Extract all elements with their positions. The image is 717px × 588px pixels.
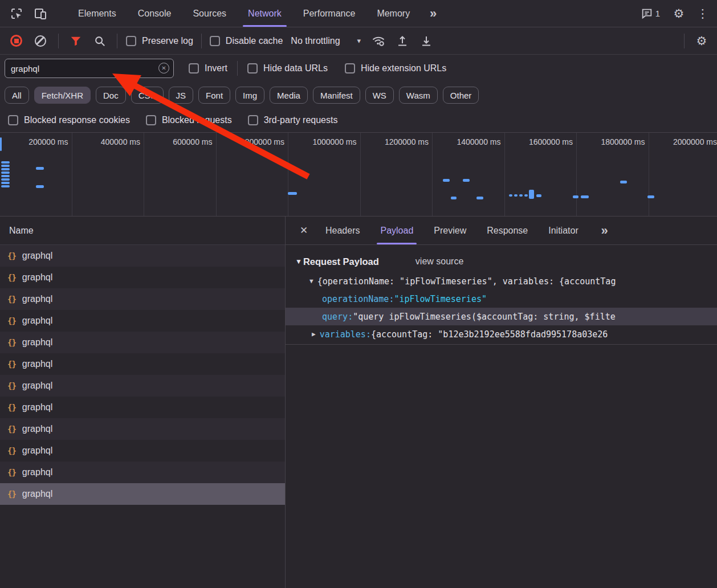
request-payload-title: Request Payload xyxy=(303,256,379,267)
request-row[interactable]: {}graphql xyxy=(0,267,285,288)
network-conditions-icon[interactable] xyxy=(366,30,390,52)
timeline-label: 400000 ms xyxy=(72,133,145,216)
request-row[interactable]: {}graphql xyxy=(0,288,285,310)
clear-network-log-icon[interactable] xyxy=(35,35,46,47)
devtools-window: Elements Console Sources Network Perform… xyxy=(0,0,717,588)
hide-extension-urls-checkbox[interactable]: Hide extension URLs xyxy=(345,63,446,74)
record-network-log-button[interactable] xyxy=(10,35,22,47)
tab-console[interactable]: Console xyxy=(127,0,182,27)
json-long-value: {accountTag: "b12e3b2192ee5588fdad995178… xyxy=(371,329,608,340)
invert-checkbox[interactable]: Invert xyxy=(189,63,227,74)
checkbox-box xyxy=(247,63,258,74)
request-details-panel: ✕ Headers Payload Preview Response Initi… xyxy=(286,217,717,588)
tab-performance[interactable]: Performance xyxy=(292,0,366,27)
tab-sources[interactable]: Sources xyxy=(182,0,237,27)
timeline-label: 1000000 ms xyxy=(288,133,361,216)
filter-chip-other[interactable]: Other xyxy=(443,87,479,104)
payload-view: ▼ Request Payload view source ▼ {operati… xyxy=(286,245,717,345)
tab-network[interactable]: Network xyxy=(237,0,292,27)
tab-elements[interactable]: Elements xyxy=(67,0,127,27)
payload-query-line-selected[interactable]: query: "query ipFlowTimeseries($accountT… xyxy=(286,308,717,325)
filter-chip-media[interactable]: Media xyxy=(270,87,308,104)
filter-chip-wasm[interactable]: Wasm xyxy=(399,87,438,104)
throttling-select[interactable]: No throttling ▾ xyxy=(283,36,366,46)
export-har-icon[interactable] xyxy=(414,30,438,52)
blocked-response-cookies-checkbox[interactable]: Blocked response cookies xyxy=(8,115,130,125)
more-tabs-icon[interactable]: » xyxy=(421,2,446,25)
filter-chip-all[interactable]: All xyxy=(5,87,29,104)
json-request-icon: {} xyxy=(7,360,16,369)
request-name: graphql xyxy=(22,316,52,326)
import-har-icon[interactable] xyxy=(390,30,414,52)
json-key: query xyxy=(322,312,348,322)
more-detail-tabs-icon[interactable]: » xyxy=(592,219,617,242)
preserve-log-checkbox[interactable]: Preserve log xyxy=(126,36,193,46)
tabbar-right-controls: 1 ⚙ ⋮ xyxy=(635,0,717,27)
disable-cache-checkbox[interactable]: Disable cache xyxy=(210,36,283,46)
view-source-link[interactable]: view source xyxy=(415,256,463,267)
detail-tab-response[interactable]: Response xyxy=(476,217,538,244)
filter-chip-fetch-xhr[interactable]: Fetch/XHR xyxy=(34,87,91,104)
filter-funnel-icon[interactable] xyxy=(64,30,88,52)
filter-chip-manifest[interactable]: Manifest xyxy=(313,87,360,104)
request-row-selected[interactable]: {}graphql xyxy=(0,483,285,505)
detail-tab-payload[interactable]: Payload xyxy=(370,217,423,244)
request-row[interactable]: {}graphql xyxy=(0,440,285,462)
request-row[interactable]: {}graphql xyxy=(0,418,285,440)
network-settings-gear-icon[interactable]: ⚙ xyxy=(690,30,714,52)
request-row[interactable]: {}graphql xyxy=(0,462,285,483)
blocked-requests-checkbox[interactable]: Blocked requests xyxy=(146,115,232,125)
filter-chip-doc[interactable]: Doc xyxy=(96,87,126,104)
json-request-icon: {} xyxy=(7,468,16,477)
filter-chip-ws[interactable]: WS xyxy=(365,87,394,104)
expand-triangle-icon[interactable]: ▶ xyxy=(312,330,316,338)
inspect-element-icon[interactable] xyxy=(5,2,28,25)
request-row[interactable]: {}graphql xyxy=(0,397,285,418)
json-string-value: "ipFlowTimeseries" xyxy=(394,294,487,304)
request-row[interactable]: {}graphql xyxy=(0,353,285,375)
request-name: graphql xyxy=(22,467,52,477)
network-filter-input[interactable] xyxy=(5,59,174,78)
filter-chip-font[interactable]: Font xyxy=(198,87,230,104)
network-toolbar: Preserve log Disable cache No throttling… xyxy=(0,27,717,55)
device-toolbar-icon[interactable] xyxy=(28,2,52,25)
tab-memory[interactable]: Memory xyxy=(366,0,421,27)
request-name: graphql xyxy=(22,294,52,304)
close-details-icon[interactable]: ✕ xyxy=(292,219,315,242)
request-row[interactable]: {}graphql xyxy=(0,375,285,397)
filter-chip-css[interactable]: CSS xyxy=(131,87,164,104)
request-row[interactable]: {}graphql xyxy=(0,245,285,267)
search-icon[interactable] xyxy=(88,30,112,52)
chevron-down-icon: ▾ xyxy=(357,36,361,45)
third-party-requests-checkbox[interactable]: 3rd-party requests xyxy=(248,115,338,125)
detail-tab-headers[interactable]: Headers xyxy=(315,217,370,244)
network-overview-timeline[interactable]: 200000 ms 400000 ms 600000 ms 800000 ms … xyxy=(0,132,717,217)
blocked-requests-label: Blocked requests xyxy=(162,115,232,125)
timeline-label: 600000 ms xyxy=(144,133,217,216)
request-name: graphql xyxy=(22,489,52,499)
name-column-header[interactable]: Name xyxy=(0,217,285,245)
detail-tab-preview[interactable]: Preview xyxy=(423,217,476,244)
request-name: graphql xyxy=(22,359,52,369)
timeline-label: 1400000 ms xyxy=(433,133,505,216)
filter-chip-img[interactable]: Img xyxy=(235,87,264,104)
hide-data-urls-checkbox[interactable]: Hide data URLs xyxy=(247,63,328,74)
settings-gear-icon[interactable]: ⚙ xyxy=(667,2,691,25)
request-row[interactable]: {}graphql xyxy=(0,310,285,332)
disable-cache-label: Disable cache xyxy=(226,36,283,46)
json-long-value: "query ipFlowTimeseries($accountTag: str… xyxy=(353,312,616,322)
request-name: graphql xyxy=(22,272,52,283)
timeline-label: 800000 ms xyxy=(217,133,289,216)
payload-variables-line: ▶ variables: {accountTag: "b12e3b2192ee5… xyxy=(286,325,717,343)
main-tabs: Elements Console Sources Network Perform… xyxy=(67,0,446,27)
json-separator: : xyxy=(389,294,394,304)
collapse-triangle-icon[interactable]: ▼ xyxy=(309,277,313,285)
detail-tab-initiator[interactable]: Initiator xyxy=(538,217,588,244)
checkbox-box xyxy=(248,115,258,125)
kebab-menu-icon[interactable]: ⋮ xyxy=(691,2,715,25)
clear-filter-icon[interactable]: ✕ xyxy=(158,63,169,74)
filter-chip-js[interactable]: JS xyxy=(169,87,194,104)
details-tabbar: ✕ Headers Payload Preview Response Initi… xyxy=(286,217,717,245)
request-row[interactable]: {}graphql xyxy=(0,332,285,353)
collapse-triangle-icon[interactable]: ▼ xyxy=(295,258,302,266)
